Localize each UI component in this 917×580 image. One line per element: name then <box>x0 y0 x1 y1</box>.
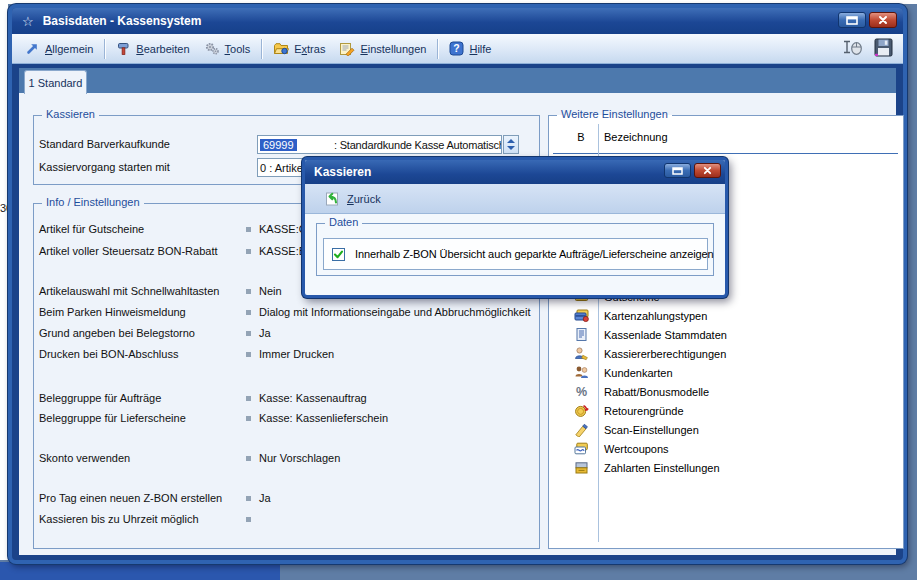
column-header-bezeichnung: Bezeichnung <box>604 131 668 143</box>
title-bar: ☆ Basisdaten - Kassensystem <box>12 8 903 34</box>
notepad-pencil-icon <box>339 41 355 56</box>
bullet-icon <box>246 227 251 232</box>
tab-label: 1 Standard <box>29 77 83 89</box>
restore-icon <box>846 16 858 25</box>
list-item-wertcoupons[interactable]: Wertcoupons <box>553 440 897 459</box>
bullet-icon <box>246 396 251 401</box>
info-row-value: Ja <box>259 489 271 507</box>
returns-icon <box>574 403 589 418</box>
bullet-icon <box>246 456 251 461</box>
checkmark-icon <box>333 249 344 260</box>
background-window-sliver: 30 <box>0 4 8 560</box>
daten-fieldset: Daten Innerhalb Z-BON Übersicht auch gep… <box>316 223 714 276</box>
header-underline <box>553 153 898 154</box>
menu-item-label: Einstellungen <box>360 43 426 55</box>
scan-icon <box>574 422 589 437</box>
background-sliver-text: 30 <box>0 202 8 214</box>
restore-button[interactable] <box>838 12 866 28</box>
kassiervorgang-label: Kassiervorgang starten mit <box>39 158 170 176</box>
document-list-icon <box>574 327 589 342</box>
menu-separator <box>104 39 105 59</box>
list-item-label: Kundenkarten <box>604 364 673 383</box>
standard-barverkaufkunde-field[interactable]: 69999 : Standardkunde Kasse Automatisch <box>257 135 502 154</box>
menu-item-label: Extras <box>294 43 325 55</box>
list-item-label: Kartenzahlungstypen <box>604 307 707 326</box>
list-item-kassiererberechtigungen[interactable]: Kassiererberechtigungen <box>553 345 897 364</box>
menu-item-allgemein[interactable]: Allgemein <box>18 38 100 59</box>
field-selected-value: 69999 <box>260 139 297 151</box>
checkbox-label: Innerhalb Z-BON Übersicht auch geparkte … <box>355 248 714 260</box>
info-row-beleggruppe-fuer-auftraege: Beleggruppe für AufträgeKasse: Kassenauf… <box>34 389 537 407</box>
spinner-arrows-icon <box>506 138 516 151</box>
menu-items: AllgemeinBearbeitenToolsExtrasEinstellun… <box>18 38 498 59</box>
daten-option-box: Innerhalb Z-BON Übersicht auch geparkte … <box>323 238 708 270</box>
info-row-value: Nur Vorschlagen <box>259 449 340 467</box>
bullet-icon <box>246 310 251 315</box>
dialog-restore-button[interactable] <box>664 163 691 178</box>
window-title: Basisdaten - Kassensystem <box>43 14 202 28</box>
field-value-description: : Standardkunde Kasse Automatisch <box>334 139 502 151</box>
dialog-title-bar: Kassieren <box>305 160 725 184</box>
back-icon <box>323 191 340 207</box>
menu-item-label: Bearbeiten <box>136 43 189 55</box>
info-row-label: Artikel für Gutscheine <box>39 220 144 238</box>
customer-cards-icon <box>574 365 589 380</box>
geparkte-auftraege-checkbox[interactable] <box>332 248 345 261</box>
menu-item-hilfe[interactable]: ?Hilfe <box>442 38 498 59</box>
list-item-kartenzahlungstypen[interactable]: Kartenzahlungstypen <box>553 307 897 326</box>
dialog-close-button[interactable] <box>694 163 721 178</box>
list-item-label: Rabatt/Bonusmodelle <box>604 383 709 402</box>
menu-item-tools[interactable]: Tools <box>197 38 258 59</box>
cursor-mouse-button[interactable] <box>841 39 864 58</box>
info-row-value: Ja <box>259 324 271 342</box>
list-item-retourengruende[interactable]: Retourengründe <box>553 402 897 421</box>
toolbar-right <box>841 38 897 59</box>
tab-standard[interactable]: 1 Standard <box>24 70 87 94</box>
spinner-button[interactable] <box>503 135 519 154</box>
payment-types-icon <box>574 460 589 475</box>
dialog-toolbar: Zurück <box>305 184 725 214</box>
bullet-icon <box>246 416 251 421</box>
close-icon <box>878 15 888 25</box>
info-row-drucken-bei-bon-abschluss: Drucken bei BON-AbschlussImmer Drucken <box>34 345 537 363</box>
save-icon <box>874 38 893 57</box>
info-row-value: Dialog mit Informationseingabe und Abbru… <box>259 303 531 321</box>
list-item-label: Retourengründe <box>604 402 684 421</box>
info-row-value: Kasse: Kassenauftrag <box>259 389 367 407</box>
info-row-value: Kasse: Kassenlieferschein <box>259 409 388 427</box>
info-row-grund-angeben-bei-belegstorno: Grund angeben bei BelegstornoJa <box>34 324 537 342</box>
hammer-icon <box>116 41 131 56</box>
gears-icon <box>204 41 220 56</box>
info-row-label: Grund angeben bei Belegstorno <box>39 324 195 342</box>
menu-item-label: Hilfe <box>469 43 491 55</box>
menu-item-extras[interactable]: Extras <box>266 38 332 59</box>
menu-item-einstellungen[interactable]: Einstellungen <box>332 38 433 59</box>
bullet-icon <box>246 289 251 294</box>
help-icon: ? <box>449 41 464 56</box>
card-payment-icon <box>574 308 589 323</box>
back-button[interactable]: Zurück <box>317 189 387 209</box>
percent-icon: % <box>574 384 589 399</box>
close-button[interactable] <box>869 12 897 28</box>
list-item-zahlarten-einstellungen[interactable]: Zahlarten Einstellungen <box>553 459 897 478</box>
info-row-value: Nein <box>259 282 282 300</box>
bullet-icon <box>246 352 251 357</box>
list-item-kassenlade-stammdaten[interactable]: Kassenlade Stammdaten <box>553 326 897 345</box>
info-row-label: Beleggruppe für Lieferscheine <box>39 409 186 427</box>
list-item-rabatt-bonusmodelle[interactable]: %Rabatt/Bonusmodelle <box>553 383 897 402</box>
info-row-value: KASSE:G <box>259 220 307 238</box>
save-button[interactable] <box>874 38 893 59</box>
menu-separator <box>437 39 438 59</box>
menu-bar: AllgemeinBearbeitenToolsExtrasEinstellun… <box>12 34 903 64</box>
list-item-kundenkarten[interactable]: Kundenkarten <box>553 364 897 383</box>
list-item-label: Kassenlade Stammdaten <box>604 326 727 345</box>
menu-item-bearbeiten[interactable]: Bearbeiten <box>109 38 196 59</box>
list-item-scan-einstellungen[interactable]: Scan-Einstellungen <box>553 421 897 440</box>
info-row-label: Artikel voller Steuersatz BON-Rabatt <box>39 242 218 260</box>
close-icon <box>703 166 712 175</box>
info-row-value: KASSE:B <box>259 242 306 260</box>
menu-separator <box>261 39 262 59</box>
cashier-permissions-icon <box>574 346 589 361</box>
background-bottom-strip <box>0 562 280 580</box>
info-row-label: Kassieren bis zu Uhrzeit möglich <box>39 510 199 528</box>
